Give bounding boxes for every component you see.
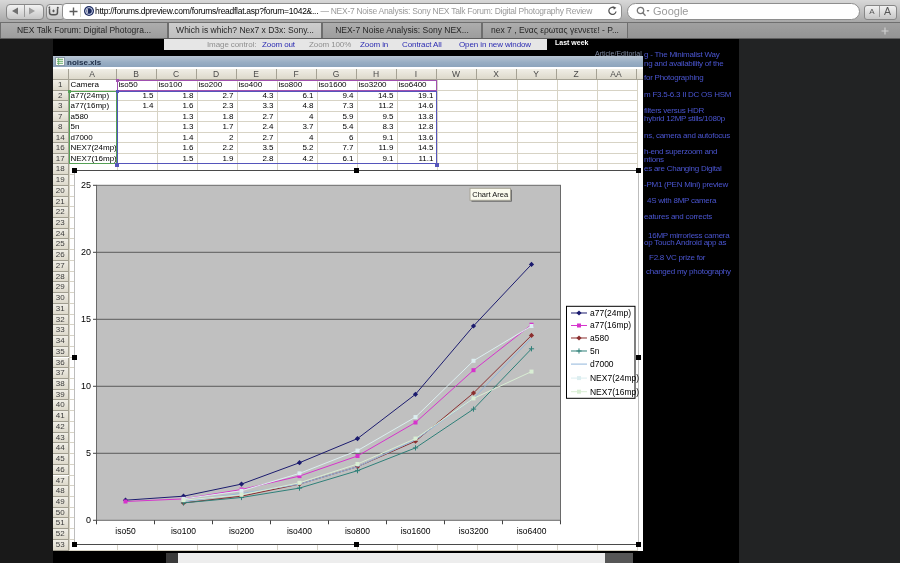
svg-text:iso200: iso200: [229, 525, 254, 535]
svg-text:NEX7(24mp): NEX7(24mp): [590, 373, 639, 383]
svg-text:iso400: iso400: [287, 525, 312, 535]
svg-text:iso1600: iso1600: [401, 525, 431, 535]
svg-text:iso800: iso800: [345, 525, 370, 535]
svg-text:d7000: d7000: [590, 359, 614, 369]
svg-text:Chart Area: Chart Area: [472, 190, 509, 199]
svg-text:5n: 5n: [590, 346, 600, 356]
svg-text:a77(24mp): a77(24mp): [590, 308, 631, 318]
svg-text:iso100: iso100: [171, 525, 196, 535]
svg-text:20: 20: [81, 247, 91, 257]
svg-text:0: 0: [86, 515, 91, 525]
svg-text:iso3200: iso3200: [459, 525, 489, 535]
svg-text:iso50: iso50: [115, 525, 136, 535]
svg-text:10: 10: [81, 381, 91, 391]
svg-text:iso6400: iso6400: [517, 525, 547, 535]
svg-text:25: 25: [81, 180, 91, 190]
svg-text:NEX7(16mp): NEX7(16mp): [590, 386, 639, 396]
svg-text:15: 15: [81, 314, 91, 324]
svg-text:a77(16mp): a77(16mp): [590, 320, 631, 330]
svg-text:a580: a580: [590, 333, 609, 343]
svg-text:5: 5: [86, 448, 91, 458]
